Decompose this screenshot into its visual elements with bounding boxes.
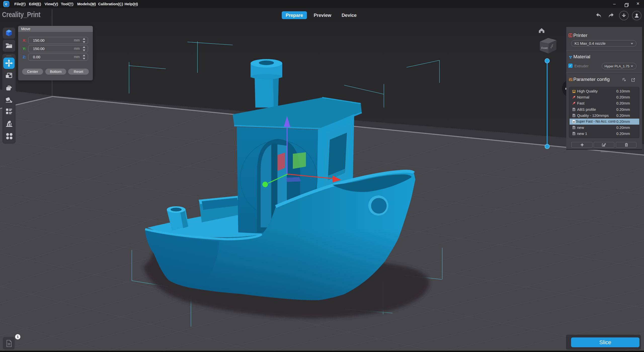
svg-text:Front: Front — [541, 46, 548, 49]
